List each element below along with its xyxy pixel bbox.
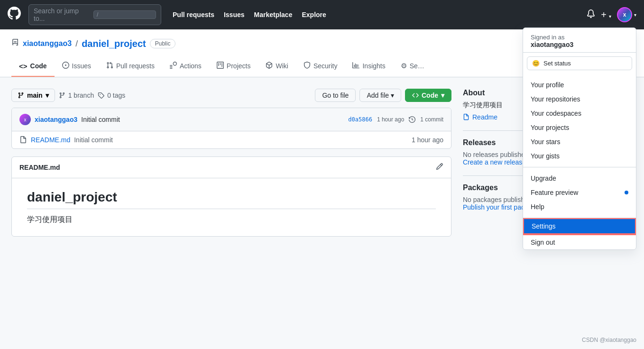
set-status-btn[interactable]: 😊 Set status [527, 56, 632, 70]
notifications-icon[interactable] [587, 9, 595, 20]
add-file-caret: ▾ [391, 92, 394, 99]
insights-tab-icon [352, 62, 359, 70]
readme-link-label: Readme [472, 113, 497, 121]
search-label: Search or jump to... [34, 7, 90, 22]
signout-link[interactable]: Sign out [523, 235, 636, 248]
dropdown-username: xiaotanggao3 [531, 41, 628, 48]
tab-insights[interactable]: Insights [345, 56, 393, 77]
your-profile-link[interactable]: Your profile [523, 78, 636, 92]
branch-count[interactable]: 1 branch [59, 92, 94, 99]
topnav: Search or jump to... / Pull requests Iss… [0, 0, 644, 29]
topnav-right: + ▾ x ▾ [587, 7, 636, 22]
set-status-icon: 😊 [532, 60, 540, 67]
your-stars-link[interactable]: Your stars [523, 135, 636, 149]
repo-separator: / [75, 39, 78, 49]
dropdown-section-1: Your profile Your repositories Your code… [523, 74, 636, 167]
dropdown-header: Signed in as xiaotanggao3 [523, 28, 636, 53]
edit-readme-icon[interactable] [436, 163, 443, 172]
add-file-button[interactable]: Add file ▾ [359, 89, 401, 102]
your-repositories-link[interactable]: Your repositories [523, 92, 636, 106]
tab-actions[interactable]: Actions [162, 56, 209, 77]
settings-highlight-border: Settings [523, 218, 636, 235]
user-avatar[interactable]: x [617, 7, 632, 22]
nav-issues[interactable]: Issues [224, 11, 245, 18]
commit-count[interactable]: 1 commit [420, 116, 443, 123]
tab-code[interactable]: <> Code [11, 56, 55, 77]
avatar-wrapper[interactable]: x ▾ [617, 7, 636, 22]
goto-file-button[interactable]: Go to file [315, 89, 356, 102]
tab-actions-label: Actions [180, 62, 202, 70]
set-status-label: Set status [543, 60, 571, 67]
your-projects-link[interactable]: Your projects [523, 120, 636, 135]
slash-badge: / [93, 10, 156, 19]
tab-settings-label: Se… [410, 62, 424, 70]
signed-as-label: Signed in as [531, 34, 628, 41]
tab-pull-requests[interactable]: Pull requests [99, 56, 162, 77]
file-table: x xiaotanggao3 Initial commit d0a5866 1 … [11, 108, 451, 149]
code-button[interactable]: Code ▾ [405, 89, 451, 102]
commit-right: d0a5866 1 hour ago 1 commit [348, 116, 443, 123]
tab-projects[interactable]: Projects [209, 56, 258, 77]
branch-name: main [27, 92, 43, 99]
issues-tab-icon [62, 62, 69, 70]
tab-projects-label: Projects [227, 62, 251, 70]
feature-preview-dot [625, 191, 628, 194]
repo-main: main ▾ 1 branch 0 tags Go to file Add fi… [11, 89, 451, 237]
branch-selector[interactable]: main ▾ [11, 89, 55, 102]
commit-author[interactable]: xiaotanggao3 [35, 116, 77, 123]
commit-message: Initial commit [81, 116, 120, 123]
create-release-link[interactable]: Create a new release [463, 158, 526, 166]
upgrade-link[interactable]: Upgrade [523, 171, 636, 185]
nav-explore[interactable]: Explore [302, 11, 326, 18]
security-tab-icon [304, 62, 311, 70]
commit-time: 1 hour ago [377, 116, 404, 123]
tab-wiki-label: Wiki [276, 62, 288, 70]
readme-header: README.md [12, 157, 451, 178]
your-codespaces-link[interactable]: Your codespaces [523, 106, 636, 120]
branch-caret: ▾ [46, 92, 49, 99]
actions-tab-icon [170, 62, 177, 70]
tab-security[interactable]: Security [296, 56, 345, 77]
nav-marketplace[interactable]: Marketplace [254, 11, 293, 18]
plus-icon[interactable]: + ▾ [601, 9, 611, 20]
tab-wiki[interactable]: Wiki [258, 56, 295, 77]
main-content: main ▾ 1 branch 0 tags Go to file Add fi… [0, 77, 607, 248]
help-link[interactable]: Help [523, 200, 636, 214]
code-caret: ▾ [441, 92, 444, 99]
tab-code-label: Code [30, 62, 47, 70]
readme-project-title: daniel_project [27, 190, 436, 209]
add-file-label: Add file [367, 92, 389, 99]
feature-preview-label: Feature preview [531, 189, 578, 196]
pr-tab-icon [106, 62, 113, 70]
repo-name[interactable]: daniel_project [82, 38, 146, 49]
commit-author-avatar: x [19, 114, 31, 125]
dropdown-section-2: Upgrade Feature preview Help [523, 167, 636, 218]
readme-box: README.md daniel_project 学习使用项目 [11, 156, 451, 237]
tab-insights-label: Insights [362, 62, 385, 70]
nav-pull-requests[interactable]: Pull requests [173, 11, 214, 18]
file-time: 1 hour ago [412, 136, 443, 144]
repo-owner[interactable]: xiaotanggao3 [23, 39, 72, 48]
search-box[interactable]: Search or jump to... / [28, 4, 161, 25]
feature-preview-link[interactable]: Feature preview [523, 185, 636, 200]
repo-icon [11, 39, 19, 48]
branch-bar: main ▾ 1 branch 0 tags Go to file Add fi… [11, 89, 451, 102]
avatar-caret: ▾ [634, 12, 636, 18]
branch-count-label: 1 branch [68, 92, 94, 99]
tab-settings[interactable]: ⚙ Se… [393, 56, 432, 77]
readme-body: daniel_project 学习使用项目 [12, 178, 451, 236]
commit-row: x xiaotanggao3 Initial commit d0a5866 1 … [12, 108, 451, 131]
your-gists-link[interactable]: Your gists [523, 149, 636, 163]
commit-sha[interactable]: d0a5866 [348, 116, 372, 123]
settings-tab-icon: ⚙ [401, 62, 407, 70]
github-logo[interactable] [8, 7, 21, 23]
file-name[interactable]: README.md [31, 136, 70, 144]
branch-bar-right: Go to file Add file ▾ Code ▾ [315, 89, 451, 102]
file-row: README.md Initial commit 1 hour ago [12, 131, 451, 148]
settings-link[interactable]: Settings [523, 218, 636, 234]
tag-count[interactable]: 0 tags [98, 92, 125, 99]
file-commit-msg: Initial commit [74, 136, 113, 144]
tab-issues[interactable]: Issues [55, 56, 99, 77]
wiki-tab-icon [266, 62, 273, 70]
readme-description: 学习使用项目 [27, 215, 436, 225]
